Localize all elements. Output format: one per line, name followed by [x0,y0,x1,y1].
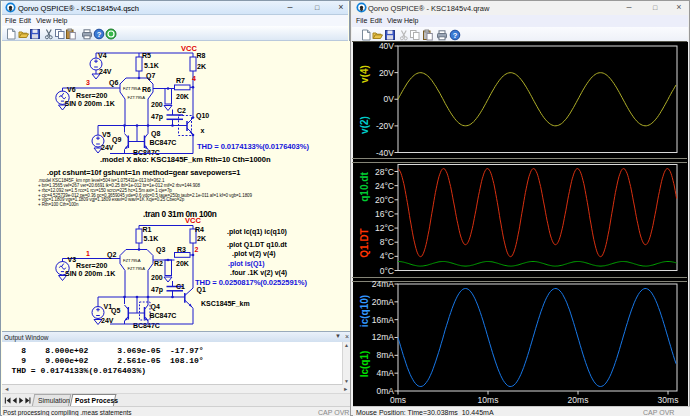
svg-text:x: x [201,127,205,134]
svg-text:Rser=200: Rser=200 [76,262,107,269]
svg-text:47p: 47p [151,113,163,121]
svg-text:+ Rth=100 Cth=100n: + Rth=100 Cth=100n [38,202,79,207]
svg-text:BC847C: BC847C [150,312,177,319]
svg-text:Q9: Q9 [112,136,121,144]
svg-text:3: 3 [86,79,90,86]
svg-text:FZT795A: FZT795A [128,266,146,271]
svg-text:24V: 24V [99,68,112,75]
svg-text:FZT795A: FZT795A [128,95,146,100]
svg-text:.plot v(2) v(4): .plot v(2) v(4) [232,250,276,258]
svg-text:R5: R5 [142,52,151,59]
svg-text:Q7: Q7 [146,72,155,80]
svg-text:200: 200 [151,274,163,281]
svg-text:.tran 0 31m 0m 100n: .tran 0 31m 0m 100n [143,209,217,219]
svg-text:V4: V4 [98,52,107,59]
svg-text:4: 4 [192,75,196,82]
svg-text:2K: 2K [197,63,206,70]
svg-text:5.1K: 5.1K [144,235,159,242]
svg-text:.plot is(Q1): .plot is(Q1) [228,260,265,268]
svg-text:R1: R1 [143,226,152,233]
svg-text:Q8: Q8 [151,130,160,138]
svg-text:Rser=200: Rser=200 [76,92,107,99]
svg-text:SIN 0 200m .1K: SIN 0 200m .1K [65,270,115,277]
svg-text:V3: V3 [68,256,77,263]
svg-text:200: 200 [151,101,163,108]
svg-text:1: 1 [86,250,90,257]
svg-text:R4: R4 [195,226,204,233]
svg-text:R8: R8 [197,52,206,59]
svg-text:.four .1K v(2) v(4): .four .1K v(2) v(4) [230,269,287,277]
svg-text:R7: R7 [176,77,185,84]
svg-text:FZT795A: FZT795A [123,86,141,91]
svg-text:?: ? [453,31,458,40]
svg-text:R2: R2 [154,260,163,267]
svg-text:.model X ako: KSC1845F_km Rth: .model X ako: KSC1845F_km Rth=10 Cth=100… [100,155,271,164]
svg-text:20K: 20K [176,260,189,267]
svg-text:5.1K: 5.1K [144,62,159,69]
svg-text:Q10: Q10 [196,112,209,120]
svg-text:THD = 0.0174133%(0.0176403%): THD = 0.0174133%(0.0176403%) [197,142,309,151]
svg-text:V6: V6 [67,86,76,93]
svg-text:.plot Q1.DT q10.dt: .plot Q1.DT q10.dt [227,241,288,249]
svg-text:R6: R6 [142,86,151,93]
svg-text:?: ? [97,30,102,39]
svg-text:KSC1845F_km: KSC1845F_km [201,300,250,307]
svg-text:R3: R3 [177,246,186,253]
svg-text:24V: 24V [101,144,114,151]
svg-text:Q2: Q2 [107,251,116,259]
svg-text:Q1: Q1 [197,286,206,294]
svg-text:Q4: Q4 [151,303,160,311]
svg-text:C1: C1 [176,283,185,290]
svg-text:47p: 47p [151,286,163,294]
svg-text:VCC: VCC [185,216,201,225]
svg-text:THD = 0.0250817%(0.0252591%): THD = 0.0250817%(0.0252591%) [195,278,307,287]
svg-text:Q3: Q3 [156,246,165,254]
svg-text:C2: C2 [177,107,186,114]
svg-text:BC847C: BC847C [150,139,177,146]
svg-text:Q5: Q5 [111,307,120,315]
svg-text:VCC: VCC [181,44,197,53]
svg-text:24V: 24V [101,317,114,324]
svg-text:20K: 20K [176,93,189,100]
svg-text:2K: 2K [197,235,206,242]
svg-text:2: 2 [195,246,199,253]
svg-text:FZT795A: FZT795A [123,258,141,263]
svg-text:.opt cshunt=10f gshunt=1n meth: .opt cshunt=10f gshunt=1n method=gear sa… [47,168,240,177]
svg-text:Q6: Q6 [109,79,118,87]
svg-text:SIN 0 200m .1K: SIN 0 200m .1K [65,100,115,107]
svg-text:BC847C: BC847C [133,322,160,329]
svg-text:.plot Ic(q1) ic(q10): .plot Ic(q1) ic(q10) [227,228,287,236]
svg-text:V5: V5 [102,131,111,138]
